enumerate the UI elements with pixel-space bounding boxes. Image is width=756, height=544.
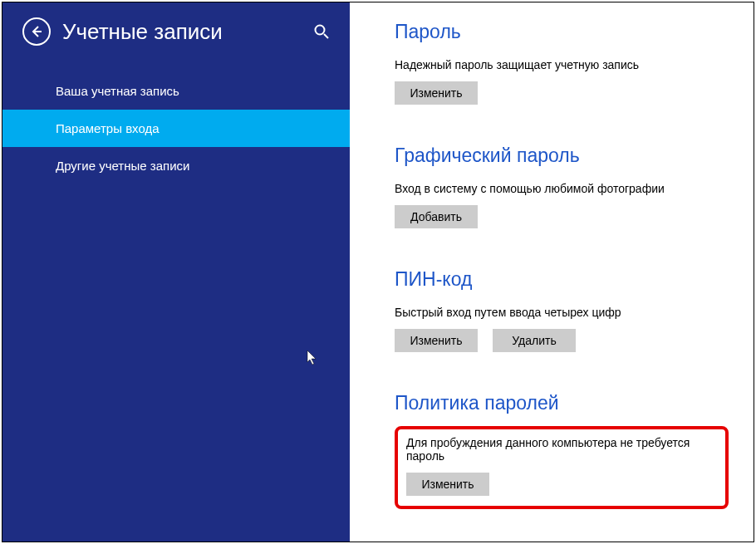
section-title: Пароль <box>395 21 729 43</box>
section-desc: Для пробуждения данного компьютера не тр… <box>406 436 717 463</box>
section-title: Политика паролей <box>395 392 729 414</box>
nav: Ваша учетная запись Параметры входа Друг… <box>2 72 350 184</box>
svg-point-1 <box>316 26 325 35</box>
password-change-button[interactable]: Изменить <box>395 81 478 105</box>
search-icon[interactable] <box>313 23 330 40</box>
settings-window: Учетные записи Ваша учетная запись Парам… <box>2 2 754 542</box>
nav-item-your-account[interactable]: Ваша учетная запись <box>2 72 350 110</box>
back-button[interactable] <box>22 17 51 46</box>
content: Пароль Надежный пароль защищает учетную … <box>350 2 754 542</box>
nav-item-label: Параметры входа <box>56 121 160 135</box>
picture-add-button[interactable]: Добавить <box>395 205 478 228</box>
nav-item-signin-options[interactable]: Параметры входа <box>2 110 350 147</box>
sidebar: Учетные записи Ваша учетная запись Парам… <box>2 2 350 542</box>
section-desc: Надежный пароль защищает учетную запись <box>395 58 729 71</box>
page-title: Учетные записи <box>62 19 313 45</box>
mouse-cursor-icon <box>307 350 318 366</box>
section-title: Графический пароль <box>395 145 729 167</box>
svg-line-2 <box>324 34 328 38</box>
section-title: ПИН-код <box>395 268 729 291</box>
policy-change-button[interactable]: Изменить <box>406 473 489 496</box>
section-desc: Быстрый вход путем ввода четырех цифр <box>395 306 729 319</box>
section-pin: ПИН-код Быстрый вход путем ввода четырех… <box>395 268 729 352</box>
arrow-left-icon <box>30 25 43 38</box>
pin-change-button[interactable]: Изменить <box>395 329 478 352</box>
sidebar-header: Учетные записи <box>2 17 350 72</box>
nav-item-other-accounts[interactable]: Другие учетные записи <box>2 147 350 184</box>
pin-delete-button[interactable]: Удалить <box>493 329 576 352</box>
nav-item-label: Другие учетные записи <box>56 159 189 173</box>
section-desc: Вход в систему с помощью любимой фотогра… <box>395 182 729 195</box>
section-picture-password: Графический пароль Вход в систему с помо… <box>395 145 729 228</box>
nav-item-label: Ваша учетная запись <box>56 84 179 98</box>
section-password-policy: Политика паролей Для пробуждения данного… <box>395 392 729 509</box>
section-password: Пароль Надежный пароль защищает учетную … <box>395 21 729 105</box>
highlight-box: Для пробуждения данного компьютера не тр… <box>395 426 729 509</box>
